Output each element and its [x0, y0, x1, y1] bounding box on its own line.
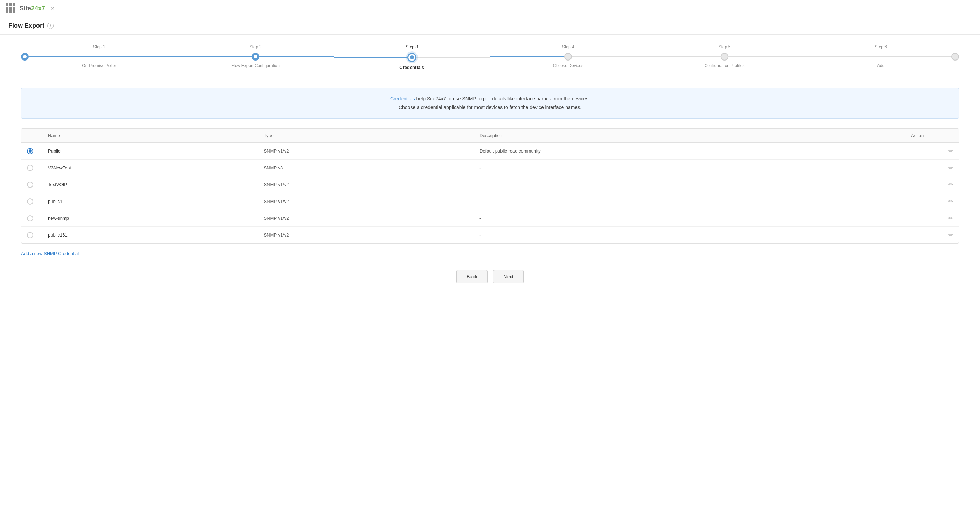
stepper-container: Step 1On-Premise PollerStep 2Flow Export…	[0, 35, 980, 77]
radio-cell-4	[27, 215, 48, 221]
cell-name-1: V3NewTest	[48, 165, 264, 170]
edit-icon-5[interactable]: ✏	[948, 232, 953, 238]
step-circle-wrap-2	[177, 53, 334, 60]
col-type: Type	[264, 133, 480, 138]
brand-247: 24x7	[31, 5, 45, 12]
credentials-link[interactable]: Credentials	[390, 96, 415, 102]
table-row[interactable]: public1SNMP v1/v2-✏	[21, 193, 959, 210]
table-header: Name Type Description Action	[21, 129, 959, 143]
step-circle-2	[251, 53, 259, 60]
cell-desc-5: -	[479, 232, 911, 238]
grid-icon[interactable]	[6, 3, 15, 13]
cell-type-5: SNMP v1/v2	[264, 232, 480, 238]
table-body: PublicSNMP v1/v2Default public read comm…	[21, 143, 959, 243]
step-circle-wrap-4	[490, 53, 646, 60]
cell-action-2: ✏	[911, 181, 953, 188]
banner-line1: Credentials help Site24x7 to use SNMP to…	[30, 94, 950, 103]
step-circle-wrap-1	[21, 53, 177, 60]
edit-icon-0[interactable]: ✏	[948, 148, 953, 154]
step-item-5: Step 5Configuration Profiles	[646, 44, 803, 68]
cell-name-4: new-snmp	[48, 216, 264, 221]
radio-cell-5	[27, 232, 48, 238]
radio-button-3[interactable]	[27, 198, 33, 205]
cell-type-2: SNMP v1/v2	[264, 182, 480, 187]
back-button[interactable]: Back	[457, 270, 488, 283]
main-content: Credentials help Site24x7 to use SNMP to…	[0, 77, 980, 294]
radio-cell-3	[27, 198, 48, 205]
table-row[interactable]: new-snmpSNMP v1/v2-✏	[21, 210, 959, 227]
table-row[interactable]: public161SNMP v1/v2-✏	[21, 227, 959, 243]
table-row[interactable]: TestVOIPSNMP v1/v2-✏	[21, 176, 959, 193]
edit-icon-1[interactable]: ✏	[948, 164, 953, 171]
col-desc: Description	[479, 133, 911, 138]
step-name-2: Flow Export Configuration	[231, 64, 280, 68]
cell-desc-3: -	[479, 199, 911, 204]
cell-action-4: ✏	[911, 215, 953, 221]
cell-desc-1: -	[479, 165, 911, 170]
cell-action-0: ✏	[911, 148, 953, 154]
cell-type-0: SNMP v1/v2	[264, 148, 480, 154]
cell-type-4: SNMP v1/v2	[264, 216, 480, 221]
bottom-actions: Back Next	[21, 270, 959, 283]
step-name-5: Configuration Profiles	[705, 64, 745, 68]
cell-action-3: ✏	[911, 198, 953, 205]
edit-icon-2[interactable]: ✏	[948, 181, 953, 188]
step-circle-5	[721, 53, 729, 60]
edit-icon-3[interactable]: ✏	[948, 198, 953, 205]
radio-cell-0	[27, 148, 48, 154]
info-banner: Credentials help Site24x7 to use SNMP to…	[21, 88, 959, 119]
radio-button-0[interactable]	[27, 148, 33, 154]
radio-button-1[interactable]	[27, 165, 33, 171]
step-name-1: On-Premise Poller	[82, 64, 116, 68]
add-snmp-credential-link[interactable]: Add a new SNMP Credential	[21, 251, 79, 256]
cell-name-3: public1	[48, 199, 264, 204]
cell-desc-4: -	[479, 216, 911, 221]
info-icon[interactable]: i	[47, 23, 54, 29]
cell-desc-0: Default public read community.	[479, 148, 911, 154]
brand-site: Site	[20, 5, 31, 12]
step-label-4: Step 4	[562, 44, 574, 49]
step-label-6: Step 6	[875, 44, 887, 49]
table-row[interactable]: V3NewTestSNMP v3-✏	[21, 160, 959, 176]
step-item-1: Step 1On-Premise Poller	[21, 44, 177, 68]
step-label-3: Step 3	[406, 44, 418, 49]
cell-type-1: SNMP v3	[264, 165, 480, 170]
radio-button-4[interactable]	[27, 215, 33, 221]
step-name-4: Choose Devices	[553, 64, 584, 68]
table-row[interactable]: PublicSNMP v1/v2Default public read comm…	[21, 143, 959, 160]
cell-type-3: SNMP v1/v2	[264, 199, 480, 204]
cell-action-5: ✏	[911, 232, 953, 238]
step-circle-1	[21, 53, 29, 60]
brand-logo: Site24x7	[20, 5, 45, 12]
step-circle-wrap-3	[334, 53, 490, 62]
next-button[interactable]: Next	[493, 270, 523, 283]
step-item-2: Step 2Flow Export Configuration	[177, 44, 334, 68]
step-circle-wrap-5	[646, 53, 803, 60]
cell-action-1: ✏	[911, 164, 953, 171]
step-name-6: Add	[877, 64, 885, 68]
step-circle-4	[564, 53, 572, 60]
step-circle-6	[951, 53, 959, 60]
step-item-4: Step 4Choose Devices	[490, 44, 646, 68]
step-label-2: Step 2	[250, 44, 262, 49]
step-label-5: Step 5	[719, 44, 731, 49]
radio-button-2[interactable]	[27, 182, 33, 188]
close-icon[interactable]: ×	[51, 5, 55, 12]
stepper: Step 1On-Premise PollerStep 2Flow Export…	[21, 44, 959, 70]
radio-cell-2	[27, 182, 48, 188]
col-name: Name	[48, 133, 264, 138]
page-title: Flow Export	[8, 22, 45, 29]
step-name-3: Credentials	[399, 65, 424, 70]
radio-cell-1	[27, 165, 48, 171]
cell-desc-2: -	[479, 182, 911, 187]
edit-icon-4[interactable]: ✏	[948, 215, 953, 221]
cell-name-0: Public	[48, 148, 264, 154]
top-navigation: Site24x7 ×	[0, 0, 980, 17]
cell-name-5: public161	[48, 232, 264, 238]
credentials-table: Name Type Description Action PublicSNMP …	[21, 129, 959, 243]
step-item-3: Step 3Credentials	[334, 44, 490, 70]
radio-button-5[interactable]	[27, 232, 33, 238]
step-item-6: Step 6Add	[803, 44, 959, 68]
cell-name-2: TestVOIP	[48, 182, 264, 187]
col-select	[27, 133, 48, 138]
